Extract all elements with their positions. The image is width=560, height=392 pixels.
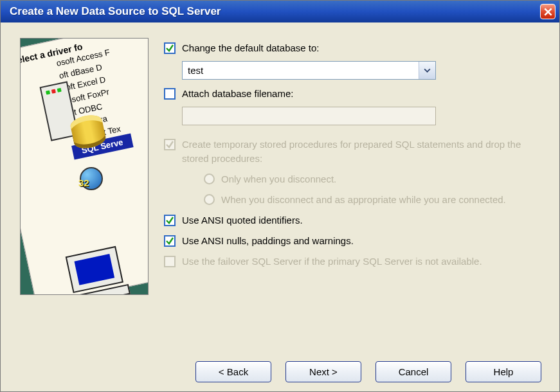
ansi-quoted-row: Use ANSI quoted identifiers. (164, 210, 540, 231)
close-button[interactable] (540, 4, 555, 19)
failover-checkbox (164, 256, 176, 267)
help-button[interactable]: Help (465, 361, 541, 382)
change-database-label: Change the default database to: (182, 41, 320, 55)
cancel-button[interactable]: Cancel (375, 361, 451, 382)
database-select-value: test (183, 65, 419, 76)
wizard-dialog: Create a New Data Source to SQL Server S… (0, 0, 560, 392)
change-database-row: Change the default database to: (164, 38, 540, 58)
temp-proc-radio2-row: When you disconnect and as appropriate w… (164, 190, 540, 210)
button-bar: < Back Next > Cancel Help (1, 352, 559, 391)
failover-label: Use the failover SQL Server if the prima… (182, 254, 482, 269)
ansi-nulls-row: Use ANSI nulls, paddings and warnings. (164, 231, 540, 251)
temp-proc-radio1-label: Only when you disconnect. (221, 172, 336, 186)
temp-proc-radio-disconnect (204, 174, 215, 184)
ansi-quoted-label: Use ANSI quoted identifiers. (182, 213, 303, 227)
wizard-graphic: Select a driver fo osoft Access F oft dB… (20, 38, 149, 295)
database-select[interactable]: test (182, 61, 436, 80)
check-icon (165, 236, 174, 245)
next-button[interactable]: Next > (285, 361, 361, 382)
temp-proc-row: Create temporary stored procedures for p… (164, 134, 540, 169)
dialog-body: Select a driver fo osoft Access F oft dB… (1, 22, 559, 352)
attach-file-row: Attach database filename: (164, 84, 540, 104)
temp-proc-radio1-row: Only when you disconnect. (164, 169, 540, 190)
back-button[interactable]: < Back (195, 361, 271, 382)
change-database-checkbox[interactable] (164, 42, 176, 54)
options-panel: Change the default database to: test Att… (164, 38, 540, 341)
window-title: Create a New Data Source to SQL Server (10, 5, 540, 18)
ansi-nulls-checkbox[interactable] (164, 235, 176, 247)
temp-proc-checkbox (164, 139, 176, 150)
close-icon (544, 8, 552, 16)
temp-proc-radio-appropriate (204, 194, 215, 205)
check-icon (165, 44, 174, 53)
ansi-quoted-checkbox[interactable] (164, 215, 176, 226)
check-icon (165, 140, 174, 149)
database-select-button[interactable] (419, 62, 435, 79)
attach-file-input (182, 107, 436, 125)
chevron-down-icon (423, 66, 431, 75)
temp-proc-radio2-label: When you disconnect and as appropriate w… (221, 193, 506, 207)
attach-file-label: Attach database filename: (182, 87, 293, 101)
ansi-nulls-label: Use ANSI nulls, paddings and warnings. (182, 234, 354, 248)
check-icon (165, 216, 174, 225)
attach-file-checkbox[interactable] (164, 88, 176, 100)
temp-proc-label: Create temporary stored procedures for p… (182, 138, 540, 166)
titlebar: Create a New Data Source to SQL Server (1, 1, 559, 22)
failover-row: Use the failover SQL Server if the prima… (164, 251, 540, 272)
badge-32: 32 (78, 177, 89, 188)
